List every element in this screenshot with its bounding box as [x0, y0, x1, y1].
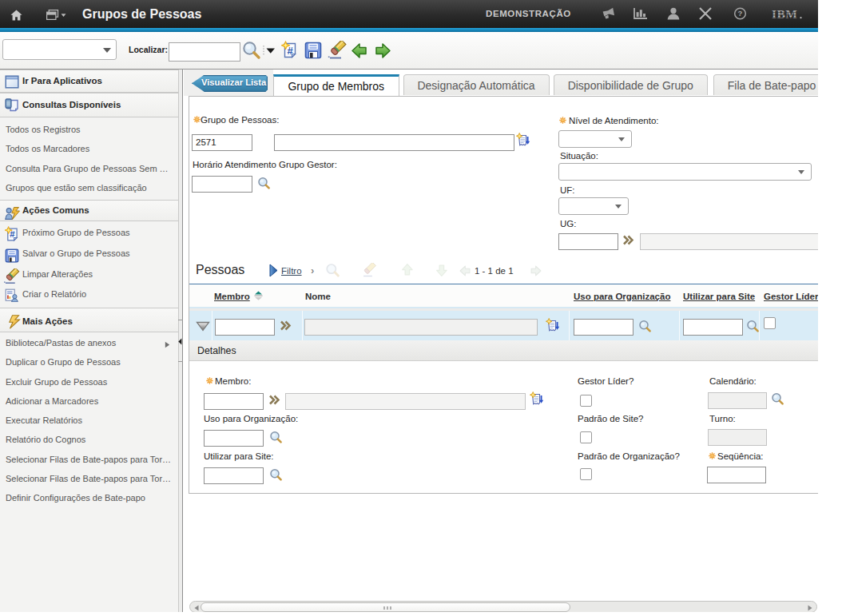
- svg-text:IBM: IBM: [772, 8, 798, 20]
- svg-text:?: ?: [738, 9, 743, 18]
